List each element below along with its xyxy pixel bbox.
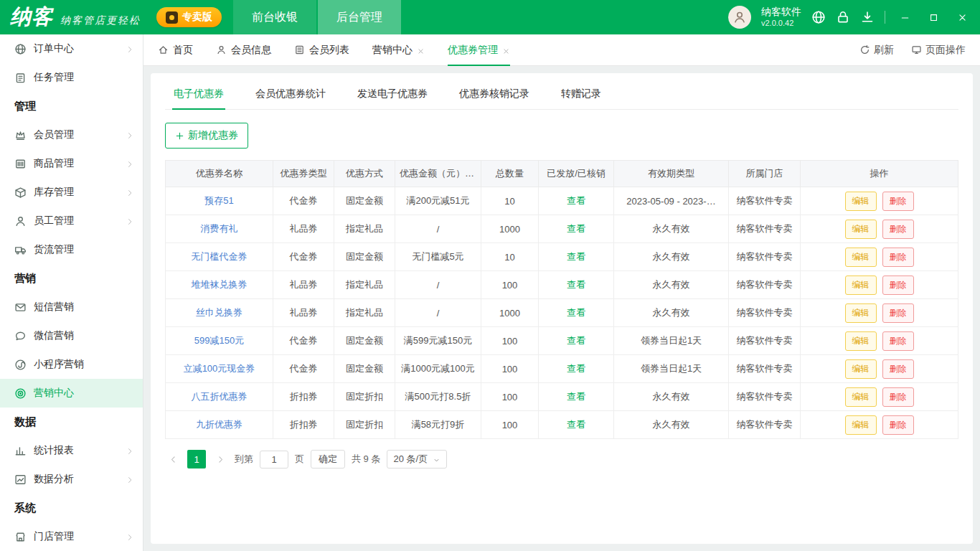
- goto-confirm-button[interactable]: 确定: [311, 450, 345, 468]
- view-link[interactable]: 查看: [567, 307, 585, 318]
- sidebar-item-marketing[interactable]: 营销中心: [0, 379, 143, 408]
- page-size-select[interactable]: 20 条/页: [387, 450, 447, 468]
- sidebar-item-store[interactable]: 门店管理: [0, 522, 143, 551]
- sidebar-section-header: 数据: [0, 408, 143, 436]
- delete-button[interactable]: 删除: [882, 387, 914, 407]
- sidebar-item-inventory[interactable]: 库存管理: [0, 178, 143, 207]
- top-nav: 前台收银后台管理: [233, 0, 402, 34]
- view-link[interactable]: 查看: [567, 279, 585, 290]
- discount-method-cell: 固定折扣: [334, 411, 395, 439]
- coupon-name-link[interactable]: 九折优惠券: [196, 419, 242, 430]
- download-icon[interactable]: [860, 10, 875, 24]
- table-header-row: 优惠券名称优惠券类型优惠方式优惠金额（元）/优惠…总数量已发放/已核销有效期类型…: [166, 161, 958, 187]
- coupon-name-cell: 堆堆袜兑换券: [166, 271, 273, 299]
- minimize-button[interactable]: [895, 8, 914, 27]
- refresh-label: 刷新: [874, 44, 894, 57]
- edit-button[interactable]: 编辑: [845, 359, 877, 379]
- next-page-button[interactable]: [212, 451, 228, 467]
- delete-button[interactable]: 删除: [882, 276, 914, 295]
- add-coupon-button[interactable]: 新增优惠券: [165, 123, 248, 149]
- sidebar-item-task[interactable]: 任务管理: [0, 63, 143, 92]
- delete-button[interactable]: 删除: [882, 359, 914, 379]
- page-actions-button[interactable]: 页面操作: [911, 44, 966, 57]
- view-link[interactable]: 查看: [567, 335, 585, 346]
- coupon-name-link[interactable]: 消费有礼: [201, 223, 238, 234]
- sidebar-item-logistics[interactable]: 货流管理: [0, 235, 143, 264]
- view-link[interactable]: 查看: [567, 195, 585, 206]
- coupon-type-cell: 代金券: [273, 243, 334, 271]
- page-tab-member-list[interactable]: 会员列表: [294, 34, 349, 66]
- edit-button[interactable]: 编辑: [845, 276, 877, 295]
- coupon-name-link[interactable]: 八五折优惠券: [192, 391, 248, 402]
- network-icon[interactable]: [811, 10, 826, 24]
- sidebar-item-miniapp[interactable]: 小程序营销: [0, 350, 143, 379]
- edit-button[interactable]: 编辑: [845, 331, 877, 351]
- content-card: 电子优惠券会员优惠券统计发送电子优惠券优惠券核销记录转赠记录 新增优惠券 优惠券…: [151, 73, 973, 544]
- page-tab-coupon-management[interactable]: 优惠券管理: [448, 34, 510, 66]
- delete-button[interactable]: 删除: [882, 220, 914, 239]
- sidebar-item-staff[interactable]: 员工管理: [0, 207, 143, 235]
- coupon-name-link[interactable]: 无门槛代金券: [192, 251, 248, 262]
- topnav-tab-backend-admin[interactable]: 后台管理: [318, 0, 401, 34]
- sidebar-item-product[interactable]: 商品管理: [0, 149, 143, 178]
- tab-verify-records[interactable]: 优惠券核销记录: [458, 77, 531, 109]
- tab-transfer-records[interactable]: 转赠记录: [560, 77, 603, 109]
- sidebar-item-label: 订单中心: [34, 42, 74, 55]
- coupon-name-link[interactable]: 599减150元: [194, 335, 244, 346]
- sidebar-item-analysis[interactable]: 数据分析: [0, 465, 143, 494]
- refresh-button[interactable]: 刷新: [859, 44, 894, 57]
- sidebar-item-order[interactable]: 订单中心: [0, 34, 143, 63]
- issued-verified-cell: 查看: [539, 243, 614, 271]
- discount-amount-cell: 满599元减150元: [395, 327, 481, 355]
- delete-button[interactable]: 删除: [882, 192, 914, 211]
- coupon-name-cell: 预存51: [166, 187, 273, 215]
- page-actions-label: 页面操作: [925, 44, 966, 57]
- page-tab-home[interactable]: 首页: [158, 34, 193, 66]
- view-link[interactable]: 查看: [567, 251, 585, 262]
- page-tab-member-info[interactable]: 会员信息: [216, 34, 271, 66]
- maximize-button[interactable]: [924, 8, 943, 27]
- store-cell: 纳客软件专卖: [729, 327, 801, 355]
- edit-button[interactable]: 编辑: [845, 415, 877, 435]
- topnav-tab-front-cashier[interactable]: 前台收银: [233, 0, 316, 34]
- coupon-name-link[interactable]: 立减100元现金券: [184, 363, 255, 374]
- avatar[interactable]: [728, 6, 751, 29]
- edit-button[interactable]: 编辑: [845, 192, 877, 211]
- tab-e-coupon[interactable]: 电子优惠券: [172, 77, 225, 109]
- coupon-name-link[interactable]: 堆堆袜兑换券: [192, 279, 248, 290]
- edition-badge-label: 专卖版: [182, 11, 212, 24]
- sidebar-item-wechat[interactable]: 微信营销: [0, 321, 143, 350]
- discount-amount-cell: 满200元减51元: [395, 187, 481, 215]
- coupon-name-link[interactable]: 预存51: [204, 195, 233, 206]
- coupon-name-link[interactable]: 丝巾兑换券: [196, 307, 242, 318]
- view-link[interactable]: 查看: [567, 419, 585, 430]
- tab-member-coupon-stats[interactable]: 会员优惠券统计: [254, 77, 327, 109]
- edit-button[interactable]: 编辑: [845, 248, 877, 267]
- person-icon: [216, 44, 227, 55]
- discount-amount-cell: 满1000元减100元: [395, 355, 481, 383]
- sidebar-item-member[interactable]: 会员管理: [0, 121, 143, 149]
- close-button[interactable]: [953, 8, 971, 27]
- edition-badge[interactable]: 专卖版: [156, 7, 222, 27]
- view-link[interactable]: 查看: [567, 391, 585, 402]
- edit-button[interactable]: 编辑: [845, 387, 877, 407]
- delete-button[interactable]: 删除: [882, 415, 914, 435]
- store-cell: 纳客软件专卖: [729, 271, 801, 299]
- view-link[interactable]: 查看: [567, 363, 585, 374]
- sidebar-item-sms[interactable]: 短信营销: [0, 293, 143, 321]
- tab-send-e-coupon[interactable]: 发送电子优惠券: [356, 77, 429, 109]
- edit-button[interactable]: 编辑: [845, 220, 877, 239]
- edit-button[interactable]: 编辑: [845, 303, 877, 323]
- delete-button[interactable]: 删除: [882, 303, 914, 323]
- page-tab-marketing-center[interactable]: 营销中心: [372, 34, 425, 66]
- page-number-1[interactable]: 1: [187, 450, 206, 468]
- lock-icon[interactable]: [836, 10, 850, 24]
- prev-page-button[interactable]: [165, 451, 181, 467]
- sidebar-item-report[interactable]: 统计报表: [0, 436, 143, 465]
- issued-verified-cell: 查看: [539, 187, 614, 215]
- goto-page-input[interactable]: [260, 451, 288, 468]
- delete-button[interactable]: 删除: [882, 331, 914, 351]
- sidebar-section-header: 营销: [0, 264, 143, 293]
- delete-button[interactable]: 删除: [882, 248, 914, 267]
- view-link[interactable]: 查看: [567, 223, 585, 234]
